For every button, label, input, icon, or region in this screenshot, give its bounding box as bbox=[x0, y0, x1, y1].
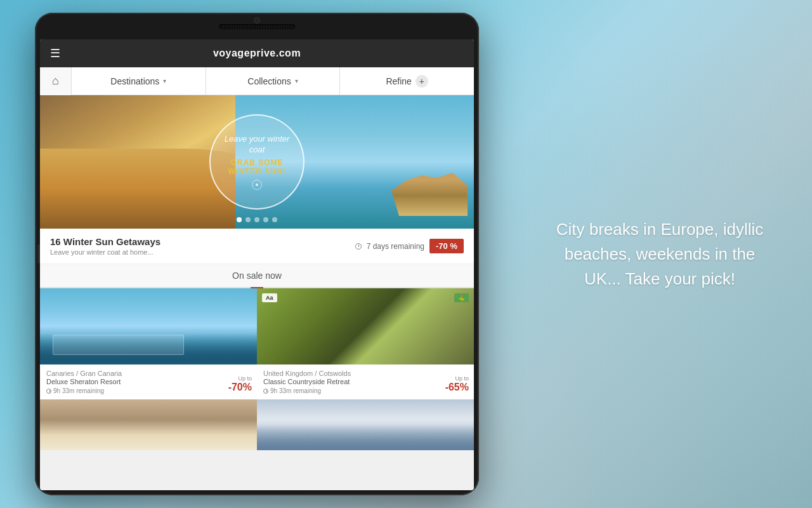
dot-4[interactable] bbox=[263, 217, 268, 222]
card-cotswolds-image: Aa ⛳ bbox=[257, 288, 474, 364]
deal-discount-badge: -70 % bbox=[429, 239, 464, 253]
card-cotswolds-discount: Up to -65% bbox=[445, 375, 469, 393]
deal-info: 16 Winter Sun Getaways Leave your winter… bbox=[50, 236, 160, 256]
dot-3[interactable] bbox=[254, 217, 259, 222]
dot-1[interactable] bbox=[237, 217, 242, 222]
dot-2[interactable] bbox=[246, 217, 251, 222]
card-canaries-hotel: Deluxe Sheraton Resort bbox=[46, 378, 251, 385]
hero-circle-overlay: Leave your winter coat GRAB SOME WINTER … bbox=[209, 114, 304, 210]
destinations-dropdown[interactable]: Destinations ▾ bbox=[72, 67, 206, 95]
card-canaries-discount: Up to -70% bbox=[228, 375, 252, 393]
title-suffix: .com bbox=[276, 48, 301, 58]
card-row2-right-image bbox=[257, 399, 474, 450]
collections-chevron: ▾ bbox=[295, 77, 298, 84]
deal-bar: 16 Winter Sun Getaways Leave your winter… bbox=[40, 229, 474, 264]
clock-icon bbox=[355, 243, 362, 250]
deal-title: 16 Winter Sun Getaways bbox=[50, 236, 160, 247]
destinations-chevron: ▾ bbox=[163, 77, 166, 84]
card-cotswolds-info: United Kingdom / Cotswolds Classic Count… bbox=[257, 364, 474, 399]
card-row2-left[interactable] bbox=[40, 399, 257, 450]
card-row2-right[interactable] bbox=[257, 399, 474, 450]
home-icon: ⌂ bbox=[52, 74, 59, 88]
tablet-device: ☰ voyageprive.com ⌂ Destinations ▾ Colle… bbox=[35, 13, 479, 495]
card-row2-left-image bbox=[40, 399, 257, 450]
card-badge-aa: Aa bbox=[262, 293, 277, 302]
home-button[interactable]: ⌂ bbox=[40, 67, 72, 95]
hero-circle-text2: GRAB SOME WINTER SUN! bbox=[217, 158, 297, 176]
hamburger-icon[interactable]: ☰ bbox=[50, 46, 60, 60]
deal-timer-area: 7 days remaining -70 % bbox=[355, 239, 464, 253]
deal-subtitle: Leave your winter coat at home... bbox=[50, 248, 160, 256]
nav-bar: ⌂ Destinations ▾ Collections ▾ Refine + bbox=[40, 67, 474, 95]
timer-text: 7 days remaining bbox=[367, 242, 424, 251]
clock-icon-small2 bbox=[263, 389, 268, 394]
title-bold: prive bbox=[250, 48, 276, 58]
on-sale-label: On sale now bbox=[232, 271, 282, 281]
app-header: ☰ voyageprive.com bbox=[40, 39, 474, 67]
promo-text: City breaks in Europe, idyllic beaches, … bbox=[546, 217, 774, 291]
card-cotswolds-location: United Kingdom / Cotswolds bbox=[263, 370, 468, 377]
refine-label: Refine bbox=[386, 76, 411, 86]
card-badge-golf: ⛳ bbox=[454, 293, 469, 302]
collections-dropdown[interactable]: Collections ▾ bbox=[206, 67, 341, 95]
side-button bbox=[37, 244, 40, 264]
on-sale-header: On sale now bbox=[40, 264, 474, 288]
dot-5[interactable] bbox=[272, 217, 277, 222]
destinations-label: Destinations bbox=[110, 76, 159, 86]
carousel-dots bbox=[237, 217, 277, 222]
hero-circle-text1: Leave your winter coat bbox=[217, 134, 297, 156]
hero-banner: Leave your winter coat GRAB SOME WINTER … bbox=[40, 95, 474, 229]
card-cotswolds-timer: 9h 33m remaining bbox=[263, 387, 468, 394]
collections-label: Collections bbox=[247, 76, 291, 86]
title-plain: voyage bbox=[213, 48, 250, 58]
camera bbox=[254, 18, 259, 23]
clock-icon-small bbox=[46, 389, 51, 394]
card-canaries[interactable]: Canaries / Gran Canaria Deluxe Sheraton … bbox=[40, 288, 257, 399]
card-canaries-timer: 9h 33m remaining bbox=[46, 387, 251, 394]
hero-circle-dot bbox=[252, 180, 262, 190]
refine-plus-icon: + bbox=[416, 75, 428, 88]
card-canaries-image bbox=[40, 288, 257, 364]
screen: ☰ voyageprive.com ⌂ Destinations ▾ Colle… bbox=[40, 39, 474, 490]
card-canaries-location: Canaries / Gran Canaria bbox=[46, 370, 251, 377]
speaker-grille bbox=[219, 24, 295, 29]
card-canaries-info: Canaries / Gran Canaria Deluxe Sheraton … bbox=[40, 364, 257, 399]
app-title: voyageprive.com bbox=[213, 48, 301, 59]
refine-button[interactable]: Refine + bbox=[340, 67, 474, 95]
card-cotswolds[interactable]: Aa ⛳ United Kingdom / Cotswolds Classic … bbox=[257, 288, 474, 399]
cards-grid: Canaries / Gran Canaria Deluxe Sheraton … bbox=[40, 288, 474, 450]
card-cotswolds-hotel: Classic Countryside Retreat bbox=[263, 378, 468, 385]
